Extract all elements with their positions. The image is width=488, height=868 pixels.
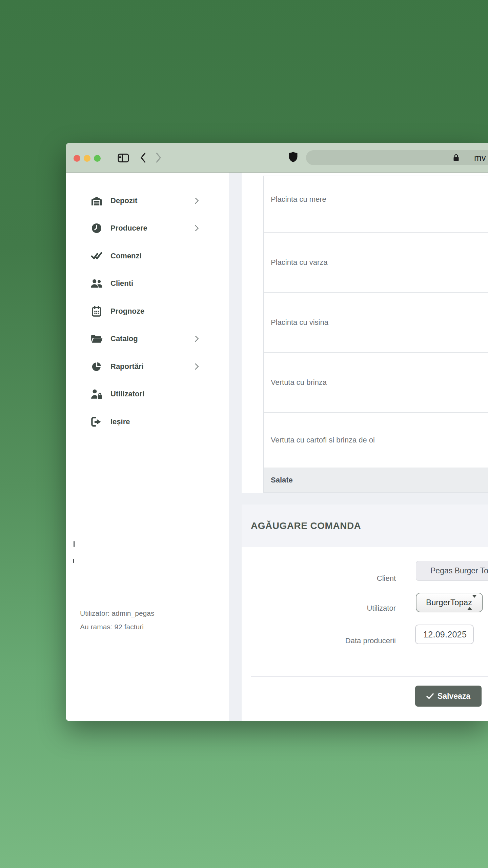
add-order-form: Client Pegas Burger To Utilizator Burger… bbox=[242, 547, 488, 721]
sign-out-icon bbox=[90, 415, 103, 428]
back-icon[interactable] bbox=[140, 152, 146, 163]
product-name: Placinta cu mere bbox=[271, 195, 326, 204]
product-name: Placinta cu varza bbox=[271, 258, 328, 267]
sidebar-item-clienti[interactable]: Clienti bbox=[66, 270, 229, 298]
add-order-header: AGĂUGARE COMANDA bbox=[242, 505, 488, 547]
sidebar-item-label: Catalog bbox=[110, 334, 138, 343]
sidebar-item-utilizatori[interactable]: Utilizatori bbox=[66, 380, 229, 408]
url-text: mv bbox=[474, 153, 486, 163]
catalog-card: Placinta cu mere Placinta cu varza Placi… bbox=[242, 173, 488, 493]
product-name: Vertuta cu brinza bbox=[271, 378, 327, 387]
sidebar-item-label: Raportări bbox=[110, 362, 144, 371]
chevron-right-icon bbox=[192, 225, 199, 232]
user-select[interactable]: BurgerTopaz bbox=[416, 593, 483, 612]
sidebar-item-raportari[interactable]: Raportări bbox=[66, 353, 229, 380]
sidebar-toggle-icon[interactable] bbox=[117, 152, 130, 164]
sidebar: Depozit Producere bbox=[66, 173, 229, 721]
data-producerii-label: Data producerii bbox=[242, 636, 396, 645]
product-name: Placinta cu visina bbox=[271, 318, 328, 327]
stray-mark bbox=[74, 541, 75, 547]
sidebar-item-prognoze[interactable]: Prognoze bbox=[66, 297, 229, 325]
sidebar-item-producere[interactable]: Producere bbox=[66, 215, 229, 242]
products-table: Placinta cu mere Placinta cu varza Placi… bbox=[263, 173, 488, 493]
user-select-value: BurgerTopaz bbox=[426, 598, 472, 607]
calendar-icon bbox=[90, 305, 103, 318]
sidebar-item-label: Clienti bbox=[110, 279, 133, 288]
privacy-shield-icon[interactable] bbox=[288, 151, 298, 164]
stray-mark bbox=[73, 559, 74, 563]
client-select-button[interactable]: Pegas Burger To bbox=[416, 561, 488, 581]
utilizator-label: Utilizator bbox=[242, 604, 396, 613]
table-row[interactable]: Vertuta cu brinza bbox=[264, 353, 488, 413]
product-name: Vertuta cu cartofi si brinza de oi bbox=[271, 436, 375, 445]
check-icon bbox=[426, 693, 434, 699]
table-section-header-row: Salate bbox=[264, 468, 488, 493]
production-date-input[interactable] bbox=[415, 625, 474, 644]
select-arrows-icon bbox=[467, 598, 477, 607]
sidebar-item-label: Utilizatori bbox=[110, 390, 144, 398]
browser-window: mv Depozit bbox=[66, 143, 488, 721]
main-content: Placinta cu mere Placinta cu varza Placi… bbox=[229, 173, 488, 721]
sidebar-item-label: Comenzi bbox=[110, 252, 142, 260]
sidebar-item-catalog[interactable]: Catalog bbox=[66, 325, 229, 353]
forward-icon[interactable] bbox=[155, 152, 162, 163]
pie-chart-icon bbox=[90, 360, 103, 373]
chevron-right-icon bbox=[192, 363, 199, 370]
form-divider bbox=[251, 676, 488, 677]
minimize-window-button[interactable] bbox=[84, 155, 90, 162]
browser-toolbar: mv bbox=[66, 143, 488, 173]
chevron-right-icon bbox=[192, 335, 199, 342]
address-bar[interactable]: mv bbox=[306, 150, 488, 165]
sidebar-item-iesire[interactable]: Ieșire bbox=[66, 408, 229, 436]
current-user-text: Utilizator: admin_pegas bbox=[80, 607, 154, 620]
table-row[interactable]: Placinta cu mere bbox=[264, 176, 488, 233]
zoom-window-button[interactable] bbox=[94, 155, 101, 162]
sidebar-item-depozit[interactable]: Depozit bbox=[66, 187, 229, 215]
table-row[interactable]: Placinta cu visina bbox=[264, 293, 488, 353]
table-row[interactable]: Vertuta cu cartofi si brinza de oi bbox=[264, 413, 488, 468]
warehouse-icon bbox=[90, 194, 103, 207]
sidebar-item-comenzi[interactable]: Comenzi bbox=[66, 242, 229, 270]
sidebar-footer: Utilizator: admin_pegas Au ramas: 92 fac… bbox=[80, 607, 154, 634]
invoices-remaining-text: Au ramas: 92 facturi bbox=[80, 620, 154, 634]
section-header-text: Salate bbox=[271, 476, 293, 485]
folder-open-icon bbox=[90, 332, 103, 345]
double-check-icon bbox=[90, 250, 103, 262]
clock-icon bbox=[90, 222, 103, 235]
table-row[interactable]: Placinta cu varza bbox=[264, 233, 488, 293]
save-button[interactable]: Salveaza bbox=[415, 686, 482, 707]
users-icon bbox=[90, 277, 103, 290]
sidebar-item-label: Producere bbox=[110, 224, 147, 233]
sidebar-item-label: Ieșire bbox=[110, 417, 130, 426]
sidebar-item-label: Depozit bbox=[110, 196, 137, 205]
close-window-button[interactable] bbox=[74, 155, 80, 162]
user-lock-icon bbox=[90, 388, 103, 400]
sidebar-menu: Depozit Producere bbox=[66, 187, 229, 436]
add-order-card: AGĂUGARE COMANDA Client Pegas Burger To … bbox=[242, 505, 488, 721]
sidebar-item-label: Prognoze bbox=[110, 307, 144, 316]
page-title: AGĂUGARE COMANDA bbox=[251, 520, 361, 531]
client-label: Client bbox=[242, 574, 396, 583]
chevron-right-icon bbox=[192, 197, 199, 204]
lock-icon bbox=[453, 154, 460, 162]
save-button-label: Salveaza bbox=[438, 692, 470, 701]
